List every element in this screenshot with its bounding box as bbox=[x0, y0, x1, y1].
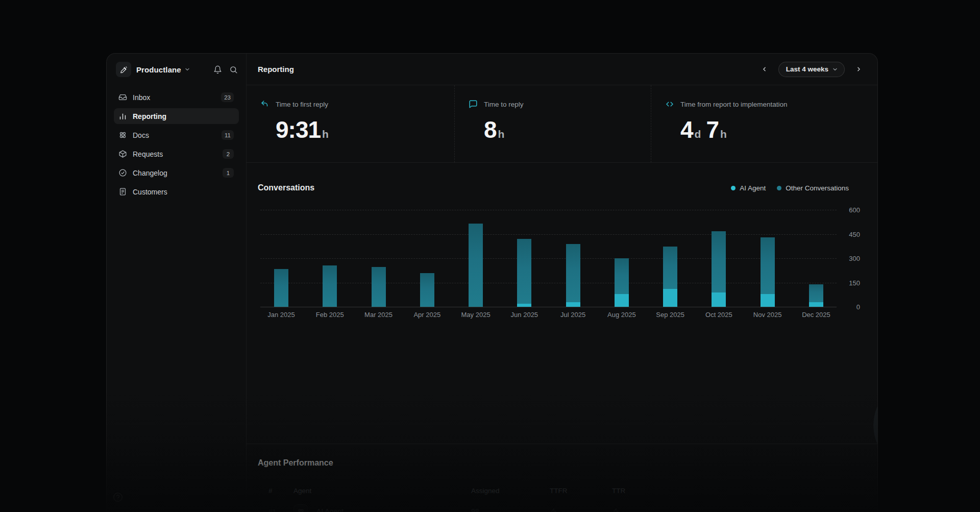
workspace-switcher[interactable]: Productlane bbox=[114, 54, 239, 85]
sidebar-item-requests[interactable]: Requests 2 bbox=[114, 146, 239, 162]
conversations-section: Conversations AI AgentOther Conversation… bbox=[247, 163, 877, 444]
ai-agent-avatar bbox=[293, 504, 308, 512]
date-range-dropdown[interactable]: Last 4 weeks bbox=[778, 62, 845, 77]
bar-jun-2025[interactable] bbox=[517, 239, 531, 307]
workspace-name: Productlane bbox=[136, 65, 181, 74]
main-panel: Reporting Last 4 weeks bbox=[246, 54, 877, 512]
page: Productlane In bbox=[0, 0, 980, 512]
sidebar-item-reporting[interactable]: Reporting bbox=[114, 108, 239, 124]
bar-segment-other-conversations bbox=[517, 239, 531, 304]
search-icon[interactable] bbox=[229, 65, 238, 74]
sidebar-item-inbox[interactable]: Inbox 23 bbox=[114, 89, 239, 105]
bar-nov-2025[interactable] bbox=[761, 237, 775, 307]
gridline bbox=[260, 307, 837, 307]
x-axis-label: Mar 2025 bbox=[364, 311, 393, 319]
column-header-ttfr: TTFR bbox=[550, 487, 612, 495]
bar-segment-other-conversations bbox=[809, 284, 823, 302]
stat-time-to-first-reply: Time to first reply 9:31h bbox=[247, 85, 454, 162]
bar-segment-other-conversations bbox=[372, 267, 386, 307]
bar-segment-other-conversations bbox=[663, 247, 677, 289]
bar-dec-2025[interactable] bbox=[809, 284, 823, 307]
atom-icon bbox=[118, 131, 127, 139]
bar-sep-2025[interactable] bbox=[663, 247, 677, 307]
x-axis-label: Jan 2025 bbox=[267, 311, 295, 319]
y-axis-tick: 450 bbox=[849, 230, 860, 238]
lightning-icon bbox=[550, 508, 612, 512]
conversations-bar-chart: 6004503001500Jan 2025Feb 2025Mar 2025Apr… bbox=[260, 210, 837, 307]
sidebar: Productlane In bbox=[107, 54, 246, 512]
bar-jan-2025[interactable] bbox=[274, 269, 288, 307]
bar-segment-ai-agent bbox=[663, 289, 677, 307]
bar-segment-other-conversations bbox=[566, 244, 580, 302]
column-header-agent: Agent bbox=[293, 487, 471, 495]
gridline bbox=[260, 283, 837, 283]
sidebar-item-label: Reporting bbox=[133, 112, 166, 120]
ttfr-value bbox=[550, 508, 612, 512]
x-axis-label: Jul 2025 bbox=[560, 311, 585, 319]
bar-feb-2025[interactable] bbox=[323, 265, 337, 307]
legend-item: AI Agent bbox=[731, 184, 766, 192]
agent-performance-section: Agent Performance #AgentAssignedTTFRTTR#… bbox=[247, 444, 877, 512]
table-row[interactable]: #1AI Agent98 bbox=[258, 498, 865, 512]
chevron-down-icon bbox=[832, 66, 838, 72]
bar-may-2025[interactable] bbox=[469, 224, 483, 307]
notifications-bell-icon[interactable] bbox=[213, 65, 222, 74]
gridline bbox=[260, 210, 837, 210]
requests-badge: 2 bbox=[223, 149, 234, 159]
bar-oct-2025[interactable] bbox=[712, 231, 726, 307]
topbar: Reporting Last 4 weeks bbox=[247, 54, 877, 85]
sidebar-item-changelog[interactable]: Changelog 1 bbox=[114, 165, 239, 181]
sidebar-item-customers[interactable]: Customers bbox=[114, 184, 239, 200]
bar-segment-ai-agent bbox=[566, 302, 580, 307]
chevron-down-icon bbox=[184, 66, 190, 72]
sidebar-item-docs[interactable]: Docs 11 bbox=[114, 127, 239, 143]
inbox-badge: 23 bbox=[221, 92, 234, 102]
y-axis-tick: 150 bbox=[849, 279, 860, 286]
conversations-title: Conversations bbox=[258, 183, 314, 192]
bar-segment-ai-agent bbox=[712, 292, 726, 307]
x-axis-label: Sep 2025 bbox=[656, 311, 684, 319]
lightning-icon bbox=[612, 508, 865, 512]
bar-apr-2025[interactable] bbox=[420, 273, 434, 307]
y-axis-tick: 0 bbox=[856, 303, 860, 311]
code-icon bbox=[665, 100, 674, 109]
prev-period-button[interactable] bbox=[758, 63, 771, 76]
page-title: Reporting bbox=[258, 65, 294, 74]
column-header-rank: # bbox=[268, 487, 293, 495]
bar-segment-other-conversations bbox=[469, 224, 483, 307]
legend-dot-icon bbox=[731, 186, 736, 190]
bar-segment-ai-agent bbox=[517, 304, 531, 307]
x-axis-label: Nov 2025 bbox=[753, 311, 782, 319]
x-axis-label: Aug 2025 bbox=[607, 311, 636, 319]
stat-value: 4d 7h bbox=[680, 116, 877, 143]
bar-segment-other-conversations bbox=[323, 265, 337, 307]
agent-rank: #1 bbox=[268, 508, 293, 512]
x-axis-label: Feb 2025 bbox=[316, 311, 344, 319]
bar-jul-2025[interactable] bbox=[566, 244, 580, 307]
chart-legend: AI AgentOther Conversations bbox=[731, 184, 849, 192]
agent-cell: AI Agent bbox=[293, 504, 471, 512]
bar-mar-2025[interactable] bbox=[372, 267, 386, 307]
bar-segment-other-conversations bbox=[420, 273, 434, 307]
x-axis-label: Apr 2025 bbox=[413, 311, 440, 319]
gridline bbox=[260, 234, 837, 235]
reply-arrow-icon bbox=[260, 100, 270, 109]
sidebar-nav: Inbox 23 Reporting Docs 11 bbox=[114, 89, 239, 200]
bar-chart-icon bbox=[118, 112, 127, 120]
stat-value: 9:31h bbox=[276, 116, 454, 143]
bar-segment-other-conversations bbox=[615, 258, 629, 294]
bar-segment-ai-agent bbox=[809, 302, 823, 307]
help-icon[interactable] bbox=[112, 492, 124, 505]
sidebar-item-label: Customers bbox=[133, 188, 167, 196]
next-period-button[interactable] bbox=[852, 63, 865, 76]
cube-icon bbox=[118, 150, 127, 158]
stat-time-to-reply: Time to reply 8h bbox=[454, 85, 651, 162]
column-header-assigned: Assigned bbox=[471, 487, 550, 495]
stat-label: Time to reply bbox=[484, 101, 524, 108]
stat-value: 8h bbox=[484, 116, 651, 143]
table-header-row: #AgentAssignedTTFRTTR bbox=[258, 483, 865, 498]
legend-item: Other Conversations bbox=[777, 184, 849, 192]
sidebar-item-label: Changelog bbox=[133, 169, 167, 177]
gridline bbox=[260, 258, 837, 259]
bar-aug-2025[interactable] bbox=[615, 258, 629, 307]
